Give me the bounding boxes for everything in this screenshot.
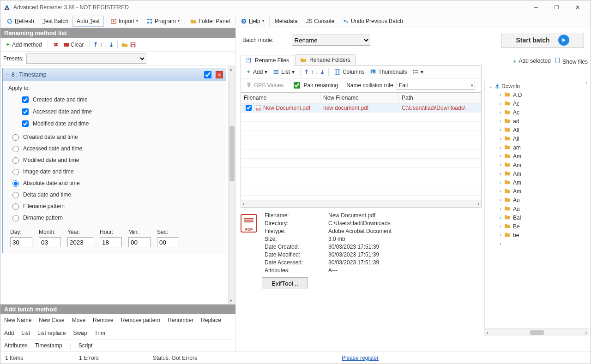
expand-icon[interactable]: › — [498, 171, 503, 176]
program-button[interactable]: Program▾ — [142, 16, 184, 27]
link-new-name[interactable]: New Name — [4, 317, 31, 323]
cb-modified[interactable] — [22, 120, 29, 127]
move-bottom-icon[interactable]: ⤓ — [109, 42, 114, 48]
tab-rename-files[interactable]: Rename Files — [241, 55, 294, 66]
move-top-icon[interactable]: ⤒ — [93, 42, 98, 48]
clear-x-button[interactable]: ✖ — [52, 41, 60, 49]
columns-button[interactable]: Columns — [332, 68, 366, 76]
help-button[interactable]: ? Help▾ — [236, 16, 268, 27]
sort-up-icon[interactable]: ↑ — [311, 69, 314, 75]
move-down-icon[interactable]: ↓ — [104, 42, 107, 48]
tree-item[interactable]: ›Ac — [486, 99, 588, 108]
link-attributes[interactable]: Attributes — [4, 342, 28, 349]
tree-item[interactable]: ›Bal — [486, 213, 588, 222]
tree-item[interactable]: ›All — [486, 125, 588, 134]
rb-filename[interactable] — [12, 203, 19, 210]
expand-icon[interactable]: › — [498, 189, 503, 194]
tree-item[interactable]: ›Am — [486, 152, 588, 161]
rb-delta[interactable] — [12, 192, 19, 198]
sort-bottom-icon[interactable]: ⤓ — [320, 69, 325, 75]
presets-select[interactable] — [26, 54, 146, 64]
scroll-thumb[interactable] — [229, 126, 235, 181]
tree-item[interactable]: ›Au — [486, 196, 588, 204]
metadata-button[interactable]: Metadata — [271, 16, 302, 27]
sec-input[interactable] — [157, 237, 179, 247]
expand-icon[interactable]: › — [498, 215, 503, 220]
scroll-up-icon[interactable]: ▴ — [230, 67, 232, 72]
collapse-icon[interactable]: ⌄ — [488, 84, 493, 89]
test-batch-button[interactable]: Test Batch — [38, 16, 72, 27]
expand-icon[interactable]: › — [498, 127, 503, 132]
batch-mode-select[interactable]: Rename — [292, 35, 370, 46]
scroll-right-icon[interactable]: › — [477, 201, 479, 207]
tree-root[interactable]: ⌄Downlo˄ — [486, 82, 588, 90]
pair-checkbox[interactable] — [294, 82, 300, 89]
scroll-down-icon[interactable]: ▾ — [230, 298, 232, 303]
link-remove[interactable]: Remove — [93, 317, 114, 323]
scroll-thumb[interactable] — [530, 330, 544, 335]
collision-select[interactable]: Fail▾ — [397, 81, 475, 90]
tree-item[interactable]: ›Am — [486, 169, 588, 178]
month-input[interactable] — [39, 237, 61, 247]
tree-item[interactable]: ›am — [486, 143, 588, 152]
tree-item[interactable]: ›A D — [486, 90, 588, 99]
expand-icon[interactable]: › — [498, 224, 503, 229]
show-files-button[interactable]: Show files — [555, 57, 588, 65]
undo-button[interactable]: Undo Previous Batch — [338, 16, 407, 27]
scroll-right-icon[interactable]: › — [585, 329, 587, 336]
maximize-button[interactable]: ☐ — [546, 1, 567, 14]
scroll-left-icon[interactable]: ‹ — [243, 201, 245, 207]
link-move[interactable]: Move — [72, 317, 85, 323]
tree-item[interactable]: ›ad — [486, 117, 588, 125]
method-scrollbar[interactable]: ▴ ▾ — [228, 66, 235, 304]
list-button[interactable]: List▾ — [271, 68, 296, 76]
view-options-button[interactable]: ▾ — [410, 68, 425, 76]
method-item-header[interactable]: − 8 : Timestamp ✕ — [3, 68, 226, 81]
tree-item[interactable]: ›Be — [486, 222, 588, 231]
add-method-button[interactable]: ＋Add method — [3, 40, 44, 49]
rb-modified[interactable] — [12, 157, 19, 164]
refresh-button[interactable]: Refresh — [2, 16, 38, 27]
link-remove-pattern[interactable]: Remove pattern — [121, 317, 160, 323]
link-timestamp[interactable]: Timestamp — [35, 342, 62, 349]
clear-button[interactable]: Clear — [62, 41, 86, 49]
expand-icon[interactable]: › — [498, 145, 503, 150]
tree-more[interactable]: › — [486, 239, 588, 248]
min-input[interactable] — [128, 237, 151, 247]
link-swap[interactable]: Swap — [73, 330, 87, 336]
minimize-button[interactable]: ─ — [525, 1, 546, 14]
expand-icon[interactable]: › — [498, 101, 503, 106]
link-replace[interactable]: Replace — [201, 317, 221, 323]
exiftool-button[interactable]: ExifTool... — [262, 277, 308, 289]
import-button[interactable]: Import▾ — [106, 16, 142, 27]
expand-icon[interactable]: › — [498, 136, 503, 141]
sort-top-icon[interactable]: ⤒ — [304, 69, 309, 75]
tree-item[interactable]: ›Am — [486, 187, 588, 196]
year-input[interactable] — [67, 237, 93, 247]
expand-icon[interactable]: › — [498, 162, 503, 167]
scroll-left-icon[interactable]: ‹ — [487, 329, 488, 336]
thumbnails-button[interactable]: Thumbnails — [368, 68, 409, 76]
tree-item[interactable]: ›Am — [486, 178, 588, 187]
rb-absolute[interactable] — [12, 180, 19, 187]
link-list-replace[interactable]: List replace — [37, 330, 66, 336]
close-button[interactable]: ✕ — [567, 1, 588, 14]
expand-icon[interactable]: › — [498, 110, 503, 115]
link-renumber[interactable]: Renumber — [168, 317, 193, 323]
tree-hscroll[interactable]: ‹› — [485, 328, 589, 336]
expand-icon[interactable]: › — [498, 119, 503, 124]
day-input[interactable] — [10, 237, 32, 247]
scroll-up-icon[interactable]: ˄ — [585, 82, 588, 88]
start-batch-button[interactable]: Start batch — [501, 33, 584, 48]
expand-icon[interactable]: › — [498, 180, 503, 185]
auto-test-button[interactable]: Auto Test — [72, 16, 104, 27]
cb-accessed[interactable] — [22, 108, 29, 115]
tree-item[interactable]: ›All — [486, 134, 588, 143]
save-icon[interactable] — [130, 42, 136, 48]
hour-input[interactable] — [100, 237, 122, 247]
js-console-button[interactable]: JS Console — [302, 16, 338, 27]
rb-accessed[interactable] — [12, 146, 19, 152]
expand-icon[interactable]: › — [498, 154, 503, 159]
col-filename[interactable]: Filename — [241, 93, 320, 103]
link-list[interactable]: List — [21, 330, 30, 336]
